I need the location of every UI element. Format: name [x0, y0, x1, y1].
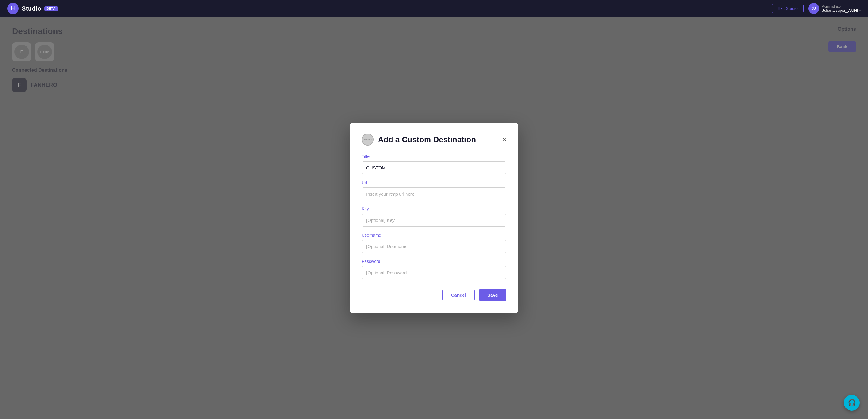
key-field-group: Key [362, 207, 506, 227]
user-name: Juliana.super_WUHI ▾ [822, 8, 861, 13]
exit-studio-button[interactable]: Exit Studio [772, 4, 804, 13]
logo-icon: H [7, 3, 19, 14]
username-input[interactable] [362, 240, 506, 253]
password-label: Password [362, 259, 506, 264]
title-input[interactable] [362, 161, 506, 174]
modal-footer: Cancel Save [362, 289, 506, 301]
title-field-group: Title [362, 154, 506, 174]
user-details: Administrator Juliana.super_WUHI ▾ [822, 4, 861, 13]
app-name: Studio [22, 5, 41, 12]
title-label: Title [362, 154, 506, 159]
modal-header: RTMP Add a Custom Destination × [362, 133, 506, 146]
modal-close-button[interactable]: × [502, 136, 506, 143]
url-label: Url [362, 180, 506, 185]
header-left: H Studio BETA [7, 3, 58, 14]
modal-title-row: RTMP Add a Custom Destination [362, 133, 476, 146]
password-field-group: Password [362, 259, 506, 279]
modal: RTMP Add a Custom Destination × Title Ur… [350, 123, 518, 313]
cancel-button[interactable]: Cancel [442, 289, 475, 301]
key-label: Key [362, 207, 506, 211]
modal-overlay: RTMP Add a Custom Destination × Title Ur… [0, 17, 868, 419]
password-input[interactable] [362, 266, 506, 279]
modal-rtmp-icon: RTMP [362, 133, 374, 146]
beta-badge: BETA [44, 6, 58, 11]
header-right: Exit Studio JU Administrator Juliana.sup… [772, 3, 861, 14]
support-button[interactable]: 🎧 [844, 395, 860, 411]
key-input[interactable] [362, 214, 506, 227]
user-info[interactable]: JU Administrator Juliana.super_WUHI ▾ [808, 3, 861, 14]
username-field-group: Username [362, 233, 506, 253]
url-field-group: Url [362, 180, 506, 201]
url-input[interactable] [362, 187, 506, 201]
save-button[interactable]: Save [479, 289, 506, 301]
chevron-down-icon: ▾ [859, 9, 861, 12]
username-label: Username [362, 233, 506, 238]
user-role: Administrator [822, 4, 861, 8]
modal-title: Add a Custom Destination [378, 135, 476, 144]
header: H Studio BETA Exit Studio JU Administrat… [0, 0, 868, 17]
avatar: JU [808, 3, 819, 14]
headset-icon: 🎧 [848, 399, 856, 407]
